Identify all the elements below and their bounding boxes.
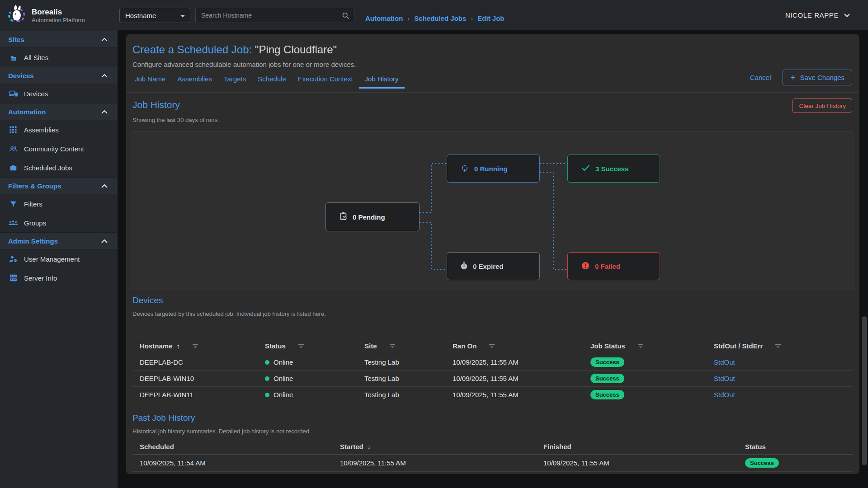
column-header-started[interactable]: Started ↓ [333, 443, 536, 450]
search-icon[interactable] [342, 12, 349, 19]
content-card: Create a Scheduled Job: "Ping Cloudflare… [126, 34, 859, 474]
online-dot-icon [265, 376, 269, 381]
section-label: Sites [8, 36, 24, 43]
server-icon [8, 274, 18, 282]
filter-icon[interactable] [389, 344, 396, 348]
stdout-link[interactable]: StdOut [714, 358, 735, 366]
sidebar-item-label: Filters [24, 200, 42, 208]
sidebar-section-sites[interactable]: Sites [0, 31, 118, 48]
hostname-cell: DEEPLAB-WIN10 [132, 375, 258, 382]
people-icon [8, 145, 18, 152]
column-header-status[interactable]: Status [258, 342, 357, 350]
filter-icon[interactable] [637, 344, 644, 348]
column-label: Status [265, 342, 286, 350]
tab-job-history[interactable]: Job History [359, 72, 405, 89]
breadcrumb-edit-job[interactable]: Edit Job [477, 14, 504, 22]
brand-logo: Borealis Automation Platform [0, 0, 118, 31]
column-header-site[interactable]: Site [357, 342, 445, 350]
clear-job-history-button[interactable]: Clear Job History [793, 99, 852, 113]
tab-schedule[interactable]: Schedule [252, 72, 292, 89]
flow-node-expired[interactable]: 0 Expired [447, 252, 540, 280]
column-label: Finished [543, 443, 571, 450]
chevron-up-icon [101, 108, 108, 116]
flow-node-pending[interactable]: 0 Pending [326, 202, 420, 231]
status-cell: Online [258, 391, 357, 399]
tab-job-name[interactable]: Job Name [129, 72, 171, 89]
site-cell: Testing Lab [357, 391, 445, 399]
column-header-finished[interactable]: Finished [536, 443, 738, 450]
filter-icon[interactable] [298, 344, 304, 348]
search-input[interactable] [196, 12, 342, 19]
breadcrumb: Automation › Scheduled Jobs › Edit Job [365, 0, 505, 30]
filter-icon[interactable] [489, 344, 495, 348]
flow-node-success[interactable]: 3 Success [567, 155, 660, 183]
sort-asc-icon[interactable]: ↑ [177, 342, 180, 350]
job-status-cell: Success [583, 374, 707, 383]
filter-icon[interactable] [192, 344, 198, 348]
flow-node-failed[interactable]: 0 Failed [567, 252, 660, 280]
finished-cell: 10/09/2025, 11:55 AM [536, 459, 738, 467]
column-label: Ran On [453, 342, 476, 350]
sidebar-item-filters[interactable]: Filters [0, 194, 118, 213]
table-row[interactable]: DEEPLAB-DC Online Testing Lab 10/09/2025… [132, 354, 853, 371]
page-scrollbar[interactable] [862, 316, 867, 465]
job-history-heading: Job History [132, 99, 180, 110]
sidebar-section-devices[interactable]: Devices [0, 67, 118, 84]
chevron-up-icon [101, 237, 108, 245]
tab-execution-context[interactable]: Execution Context [292, 72, 359, 89]
column-header-ran-on[interactable]: Ran On [445, 342, 583, 350]
status-cell: Success [738, 458, 853, 468]
sidebar-item-community-content[interactable]: Community Content [0, 139, 118, 158]
sidebar-item-groups[interactable]: Groups [0, 213, 118, 232]
hostname-select[interactable]: Hostname [119, 8, 190, 23]
sidebar-item-scheduled-jobs[interactable]: Scheduled Jobs [0, 158, 118, 177]
breadcrumb-scheduled-jobs[interactable]: Scheduled Jobs [414, 14, 466, 22]
tab-targets[interactable]: Targets [218, 72, 252, 89]
job-status-cell: Success [583, 390, 707, 399]
user-name: NICOLE RAPPE [785, 11, 839, 19]
breadcrumb-automation[interactable]: Automation [365, 14, 403, 22]
ran-on-cell: 10/09/2025, 11:55 AM [445, 375, 583, 382]
save-changes-button[interactable]: + Save Changes [783, 70, 852, 85]
sort-desc-icon[interactable]: ↓ [368, 443, 371, 450]
sidebar-item-label: Assemblies [24, 126, 59, 134]
sidebar-section-admin-settings[interactable]: Admin Settings [0, 232, 118, 249]
sidebar-section-filters-groups[interactable]: Filters & Groups [0, 177, 118, 194]
user-menu[interactable]: NICOLE RAPPE [785, 0, 850, 30]
save-changes-label: Save Changes [800, 74, 844, 81]
sidebar-item-assemblies[interactable]: Assemblies [0, 120, 118, 139]
stdout-link[interactable]: StdOut [714, 375, 735, 382]
column-header-status[interactable]: Status [738, 443, 853, 450]
column-label: Job Status [590, 342, 625, 350]
hostname-cell: DEEPLAB-DC [132, 358, 258, 366]
tab-assemblies[interactable]: Assemblies [171, 72, 218, 89]
table-row[interactable]: DEEPLAB-WIN11 Online Testing Lab 10/09/2… [132, 387, 853, 403]
sidebar-item-label: Server Info [24, 274, 57, 282]
table-row[interactable]: DEEPLAB-WIN10 Online Testing Lab 10/09/2… [132, 371, 853, 387]
brand-name: Borealis [32, 8, 85, 17]
sidebar-item-label: User Management [24, 255, 80, 263]
column-header-hostname[interactable]: Hostname ↑ [132, 342, 258, 350]
site-cell: Testing Lab [357, 358, 445, 366]
sidebar-item-server-info[interactable]: Server Info [0, 268, 118, 287]
table-row[interactable]: 10/09/2025, 11:54 AM 10/09/2025, 11:55 A… [132, 455, 853, 472]
filter-icon[interactable] [775, 344, 781, 348]
column-label: Site [364, 342, 377, 350]
ran-on-cell: 10/09/2025, 11:55 AM [445, 391, 583, 399]
caret-down-icon [180, 12, 185, 19]
flow-node-running[interactable]: 0 Running [447, 155, 540, 183]
status-text: Online [274, 358, 293, 366]
stdout-link[interactable]: StdOut [714, 391, 735, 399]
hostname-cell: DEEPLAB-WIN11 [132, 391, 258, 399]
column-header-scheduled[interactable]: Scheduled [132, 443, 333, 450]
sidebar-section-automation[interactable]: Automation [0, 103, 118, 120]
cancel-button[interactable]: Cancel [750, 74, 771, 81]
sidebar-item-user-management[interactable]: User Management [0, 249, 118, 268]
sidebar-item-all-sites[interactable]: All Sites [0, 48, 118, 67]
column-header-job-status[interactable]: Job Status [583, 342, 707, 350]
column-label: StdOut / StdErr [714, 342, 763, 350]
flow-pending-label: 0 Pending [353, 213, 385, 221]
column-header-stdout-stderr[interactable]: StdOut / StdErr [707, 342, 853, 350]
app-root: Borealis Automation Platform Sites All S… [0, 0, 868, 488]
sidebar-item-devices[interactable]: Devices [0, 84, 118, 103]
